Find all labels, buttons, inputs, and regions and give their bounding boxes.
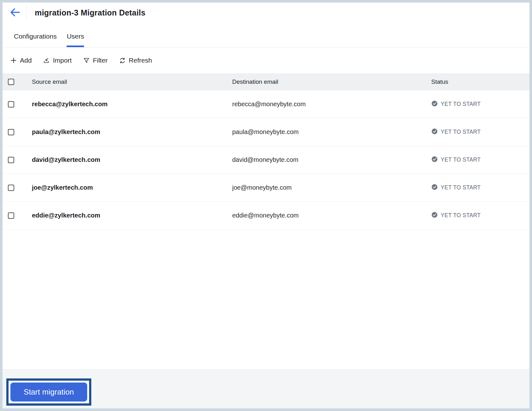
table-body: rebecca@zylkertech.com rebecca@moneybyte… (3, 90, 529, 230)
row-checkbox-cell (3, 157, 32, 163)
users-table: Source email Destination email Status re… (3, 73, 529, 369)
filter-button[interactable]: Filter (83, 57, 108, 64)
status-cell: YET TO START (431, 128, 529, 136)
page-header: migration-3 Migration Details (3, 3, 529, 23)
status-seal-check-icon (431, 184, 438, 192)
add-label: Add (20, 57, 32, 64)
toolbar: Add Import Filter (3, 47, 529, 73)
import-button[interactable]: Import (43, 57, 72, 64)
destination-email-cell: rebecca@moneybyte.com (232, 101, 431, 108)
status-cell: YET TO START (431, 212, 529, 220)
table-row: paula@zylkertech.com paula@moneybyte.com… (3, 118, 529, 146)
row-checkbox-cell (3, 129, 32, 135)
row-checkbox[interactable] (8, 157, 14, 163)
status-label: YET TO START (441, 212, 481, 219)
destination-email-cell: david@moneybyte.com (232, 156, 431, 163)
status-cell: YET TO START (431, 100, 529, 108)
add-button[interactable]: Add (10, 57, 32, 64)
plus-icon (10, 57, 17, 64)
destination-email-cell: joe@moneybyte.com (232, 184, 431, 191)
destination-email-cell: eddie@moneybyte.com (232, 212, 431, 219)
app-window: migration-3 Migration Details Configurat… (0, 0, 532, 411)
annotation-highlight-box: Start migration (6, 378, 91, 406)
source-email-cell: joe@zylkertech.com (32, 184, 232, 191)
status-cell: YET TO START (431, 184, 529, 192)
refresh-button[interactable]: Refresh (119, 57, 152, 64)
status-label: YET TO START (441, 156, 481, 163)
row-checkbox-cell (3, 101, 32, 107)
table-row: joe@zylkertech.com joe@moneybyte.com YET… (3, 174, 529, 202)
source-email-cell: paula@zylkertech.com (32, 128, 232, 136)
source-email-cell: eddie@zylkertech.com (32, 212, 232, 219)
source-email-cell: rebecca@zylkertech.com (32, 101, 232, 108)
table-empty-space (3, 230, 529, 369)
status-label: YET TO START (441, 184, 481, 191)
header-divider (26, 5, 27, 20)
import-icon (43, 57, 50, 64)
back-button[interactable] (8, 6, 22, 19)
table-row: david@zylkertech.com david@moneybyte.com… (3, 146, 529, 174)
row-checkbox[interactable] (8, 212, 14, 219)
column-header-source-email: Source email (32, 78, 232, 85)
tab-bar: Configurations Users (3, 23, 529, 47)
source-email-cell: david@zylkertech.com (32, 156, 232, 163)
filter-label: Filter (93, 57, 108, 64)
status-cell: YET TO START (431, 156, 529, 164)
status-label: YET TO START (441, 101, 481, 107)
row-checkbox-cell (3, 185, 32, 191)
table-row: eddie@zylkertech.com eddie@moneybyte.com… (3, 202, 529, 230)
status-seal-check-icon (431, 156, 438, 164)
select-all-checkbox[interactable] (8, 79, 14, 85)
import-label: Import (53, 57, 72, 64)
status-seal-check-icon (431, 128, 438, 136)
row-checkbox-cell (3, 212, 32, 219)
status-seal-check-icon (431, 212, 438, 220)
refresh-icon (119, 57, 126, 64)
row-checkbox[interactable] (8, 129, 14, 135)
row-checkbox[interactable] (8, 185, 14, 191)
status-seal-check-icon (431, 100, 438, 108)
column-header-destination-email: Destination email (232, 78, 431, 85)
destination-email-cell: paula@moneybyte.com (232, 128, 431, 136)
column-header-status: Status (431, 78, 529, 85)
back-arrow-icon (9, 7, 21, 18)
table-header-row: Source email Destination email Status (3, 73, 529, 90)
table-row: rebecca@zylkertech.com rebecca@moneybyte… (3, 90, 529, 118)
header-checkbox-cell (3, 79, 32, 85)
page-title: migration-3 Migration Details (35, 8, 145, 17)
tab-users[interactable]: Users (67, 33, 84, 47)
start-migration-button[interactable]: Start migration (10, 383, 87, 402)
row-checkbox[interactable] (8, 101, 14, 107)
footer-bar: Start migration (3, 369, 529, 408)
tab-configurations[interactable]: Configurations (14, 33, 57, 47)
status-label: YET TO START (441, 129, 481, 135)
refresh-label: Refresh (129, 57, 152, 64)
filter-funnel-icon (83, 57, 90, 64)
